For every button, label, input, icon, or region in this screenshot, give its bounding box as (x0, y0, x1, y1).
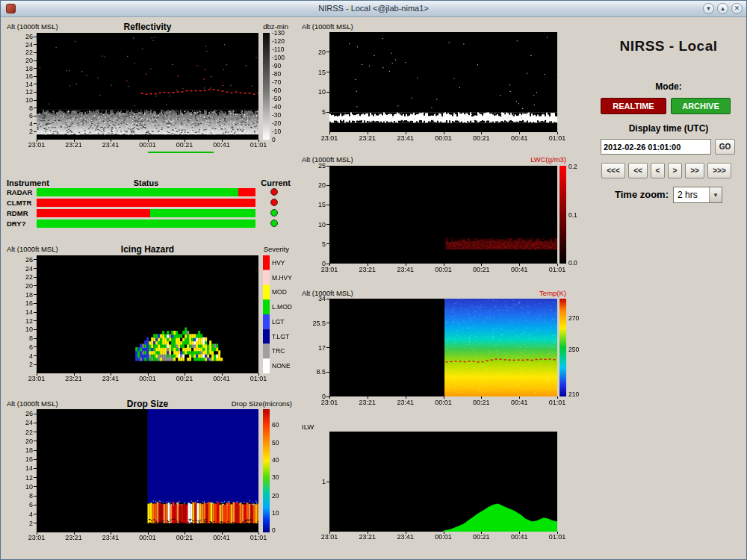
icing-hazard-y-tick (34, 329, 37, 330)
icing-hazard-y-tick (34, 285, 37, 286)
nav-step-forward-button[interactable]: > (668, 163, 682, 178)
icing-hazard-y-tick-label: 16 (15, 300, 33, 307)
reflectivity-y-tick (34, 92, 37, 93)
app-window: NIRSS - Local <@jlab-nima1> ▾ ▴ ✕ Alt (1… (0, 0, 747, 560)
drop-size-unit-label: Drop Size(microns) (195, 400, 292, 408)
temperature-x-tick-label: 23:01 (317, 399, 342, 406)
status-light-rdmr (270, 209, 278, 217)
reflectivity-y-tick-label: 4 (15, 121, 33, 128)
drop-size-y-tick (34, 496, 37, 497)
icing-hazard-y-tick (34, 312, 37, 313)
chevron-down-icon[interactable]: ▾ (709, 187, 722, 202)
icing-hazard-colorbar-label: M.HVY (272, 275, 292, 281)
reflectivity-y-tick (34, 68, 37, 69)
drop-size-y-tick (34, 432, 37, 432)
icing-hazard-colorbar-label: T.LGT (272, 334, 289, 340)
ilw-plot (329, 432, 557, 532)
lwc-colorbar-label: 0.2 (568, 164, 577, 170)
status-segment (37, 209, 150, 217)
reflectivity-x-tick-label: 23:21 (61, 142, 87, 149)
reflectivity-y-tick (34, 123, 37, 124)
icing-hazard-x-tick-label: 00:21 (172, 376, 197, 382)
maximize-button[interactable]: ▴ (717, 3, 728, 14)
ilw-x-tick-label: 23:41 (393, 534, 418, 541)
reflectivity-y-tick (34, 131, 37, 132)
reflectivity-y-tick-label: 24 (15, 42, 33, 49)
drop-size-x-tick-label: 00:21 (172, 535, 197, 541)
ilw-x-tick-label: 01:01 (545, 534, 570, 541)
icing-hazard-y-tick-label: 22 (15, 274, 33, 281)
icing-hazard-y-tick-label: 8 (15, 335, 33, 342)
reflectivity-y-tick-label: 6 (15, 113, 33, 119)
cloud-mask-y-tick-label: 20 (308, 49, 326, 56)
cloud-mask-alt-label: Alt (1000ft MSL) (302, 23, 353, 31)
temperature-x-tick-label: 00:41 (506, 399, 532, 406)
icing-hazard-plot (37, 255, 258, 373)
drop-size-y-tick (34, 505, 37, 505)
lwc-colorbar-label: 0.1 (568, 212, 577, 219)
temperature-colorbar-label: 210 (568, 391, 579, 398)
icing-hazard-y-tick-label: 12 (15, 318, 33, 325)
drop-size-y-tick-label: 6 (15, 502, 33, 508)
status-bar-clmtr (37, 199, 255, 207)
close-button[interactable]: ✕ (731, 3, 743, 14)
reflectivity-colorbar-label: -90 (272, 63, 281, 69)
temperature-y-tick-label: 8.5 (308, 369, 326, 376)
reflectivity-colorbar-label: -10 (272, 128, 281, 135)
reflectivity-x-tick-label: 00:01 (135, 142, 161, 149)
time-zoom-label: Time zoom: (591, 189, 669, 200)
icing-hazard-y-tick (34, 320, 37, 321)
ilw-x-tick-label: 00:01 (431, 534, 456, 541)
reflectivity-colorbar-label: -50 (272, 96, 281, 102)
status-bar-radar (37, 188, 255, 196)
temperature-x-tick-label: 01:01 (545, 399, 570, 406)
status-segment (238, 188, 255, 196)
temperature-y-tick-label: 34 (308, 296, 326, 302)
realtime-button[interactable]: REALTIME (601, 98, 666, 114)
nav-fast-back-button[interactable]: <<< (601, 163, 625, 178)
reflectivity-y-tick-label: 22 (15, 49, 33, 56)
reflectivity-y-tick-label: 2 (15, 128, 33, 135)
reflectivity-colorbar-label: -70 (272, 79, 281, 86)
reflectivity-colorbar (263, 33, 270, 140)
lwc-y-tick (326, 205, 329, 205)
archive-button[interactable]: ARCHIVE (671, 98, 731, 114)
drop-size-y-tick-label: 4 (15, 511, 33, 518)
reflectivity-y-tick (34, 100, 37, 101)
icing-hazard-colorbar-label: TRC (272, 348, 285, 355)
time-zoom-select[interactable]: 2 hrs ▾ (673, 187, 722, 203)
drop-size-x-tick-label: 00:01 (135, 535, 161, 541)
drop-size-y-tick-label: 8 (15, 493, 33, 500)
icing-hazard-colorbar (263, 255, 270, 373)
go-button[interactable]: GO (715, 139, 735, 155)
nav-forward-button[interactable]: >> (685, 163, 704, 178)
reflectivity-x-tick-label: 01:01 (246, 142, 271, 149)
temperature-y-tick (326, 323, 329, 323)
window-titlebar[interactable]: NIRSS - Local <@jlab-nima1> ▾ ▴ ✕ (1, 1, 746, 17)
drop-size-colorbar-label: 50 (272, 440, 279, 447)
nav-back-button[interactable]: << (628, 163, 648, 178)
icing-hazard-colorbar-label: NONE (272, 363, 291, 370)
status-row-name: CLMTR (7, 199, 31, 207)
nav-fast-forward-button[interactable]: >>> (707, 163, 731, 178)
display-time-input[interactable] (601, 139, 711, 155)
nav-step-back-button[interactable]: < (651, 163, 665, 178)
minimize-button[interactable]: ▾ (703, 3, 714, 14)
cloud-mask-x-tick-label: 00:01 (431, 135, 456, 142)
ilw-x-tick-label: 23:21 (355, 534, 380, 541)
icing-hazard-y-tick-label: 26 (15, 257, 33, 264)
temperature-colorbar-label: 270 (568, 315, 579, 322)
temperature-plot (329, 299, 557, 396)
reflectivity-y-tick-label: 26 (15, 34, 33, 40)
status-header-status: Status (37, 179, 255, 187)
lwc-y-tick (326, 243, 329, 244)
icing-hazard-y-tick (34, 355, 37, 356)
icing-hazard-x-tick-label: 00:41 (209, 376, 235, 382)
drop-size-x-tick-label: 00:41 (209, 535, 235, 541)
icing-hazard-y-tick (34, 303, 37, 304)
reflectivity-y-tick (34, 108, 37, 108)
lwc-unit-label: LWC(g/m3) (469, 156, 566, 164)
reflectivity-colorbar-label: -130 (272, 30, 285, 37)
icing-hazard-y-tick-label: 10 (15, 326, 33, 333)
temperature-y-tick (326, 299, 329, 299)
